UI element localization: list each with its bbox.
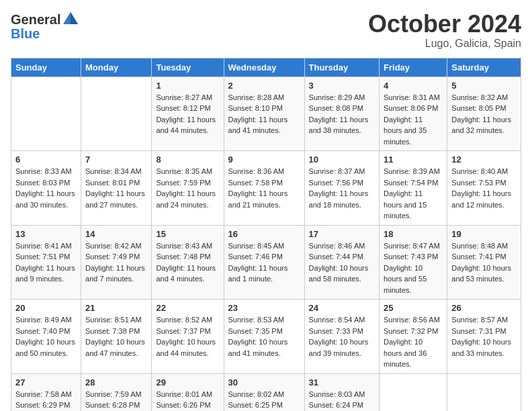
daylight-text: Daylight: 11 hours and 41 minutes. xyxy=(228,116,288,135)
daylight-text: Daylight: 10 hours and 39 minutes. xyxy=(309,338,369,357)
daylight-text: Daylight: 11 hours and 18 minutes. xyxy=(309,189,369,209)
day-number: 12 xyxy=(451,154,517,165)
day-info: Sunrise: 8:48 AMSunset: 7:41 PMDaylight:… xyxy=(451,240,517,285)
day-cell: 12Sunrise: 8:40 AMSunset: 7:53 PMDayligh… xyxy=(447,151,521,226)
day-info: Sunrise: 8:29 AMSunset: 8:08 PMDaylight:… xyxy=(309,92,375,136)
sunset-text: Sunset: 7:46 PM xyxy=(228,253,283,261)
month-title: October 2024 xyxy=(368,11,521,38)
week-row-1: 1Sunrise: 8:27 AMSunset: 8:12 PMDaylight… xyxy=(11,77,521,151)
day-info: Sunrise: 8:47 AMSunset: 7:43 PMDaylight:… xyxy=(384,240,443,296)
weekday-header-saturday: Saturday xyxy=(447,58,521,77)
location: Lugo, Galicia, Spain xyxy=(368,38,521,50)
sunrise-text: Sunrise: 8:27 AM xyxy=(156,93,212,101)
sunset-text: Sunset: 8:06 PM xyxy=(384,104,438,112)
day-info: Sunrise: 8:46 AMSunset: 7:44 PMDaylight:… xyxy=(309,240,375,285)
day-info: Sunrise: 8:35 AMSunset: 7:59 PMDaylight:… xyxy=(156,166,219,210)
day-number: 8 xyxy=(156,154,219,165)
day-cell: 2Sunrise: 8:28 AMSunset: 8:10 PMDaylight… xyxy=(224,77,304,151)
daylight-text: Daylight: 10 hours and 33 minutes. xyxy=(451,338,511,357)
day-number: 20 xyxy=(15,303,77,313)
day-info: Sunrise: 8:51 AMSunset: 7:38 PMDaylight:… xyxy=(85,314,147,359)
sunset-text: Sunset: 8:12 PM xyxy=(156,104,210,112)
day-cell: 9Sunrise: 8:36 AMSunset: 7:58 PMDaylight… xyxy=(224,151,304,226)
daylight-text: Daylight: 10 hours and 55 minutes. xyxy=(384,264,427,294)
day-info: Sunrise: 8:33 AMSunset: 8:03 PMDaylight:… xyxy=(15,166,77,210)
day-info: Sunrise: 8:27 AMSunset: 8:12 PMDaylight:… xyxy=(156,92,219,136)
day-number: 11 xyxy=(384,154,443,165)
sunset-text: Sunset: 8:01 PM xyxy=(85,179,140,187)
day-number: 30 xyxy=(228,377,300,387)
sunset-text: Sunset: 7:32 PM xyxy=(384,327,438,335)
day-cell: 5Sunrise: 8:32 AMSunset: 8:05 PMDaylight… xyxy=(447,77,521,151)
day-number: 18 xyxy=(384,229,443,239)
sunset-text: Sunset: 7:58 PM xyxy=(228,179,283,187)
day-cell: 21Sunrise: 8:51 AMSunset: 7:38 PMDayligh… xyxy=(81,300,152,374)
daylight-text: Daylight: 10 hours and 41 minutes. xyxy=(228,338,288,357)
day-cell: 15Sunrise: 8:43 AMSunset: 7:48 PMDayligh… xyxy=(152,225,224,300)
daylight-text: Daylight: 10 hours and 58 minutes. xyxy=(309,264,369,283)
day-info: Sunrise: 8:03 AMSunset: 6:24 PMDaylight:… xyxy=(309,389,375,411)
sunset-text: Sunset: 7:37 PM xyxy=(156,327,210,335)
daylight-text: Daylight: 11 hours and 9 minutes. xyxy=(15,264,75,283)
day-number: 23 xyxy=(228,303,300,313)
day-cell: 26Sunrise: 8:57 AMSunset: 7:31 PMDayligh… xyxy=(447,300,521,374)
day-number: 28 xyxy=(85,377,147,387)
day-cell: 31Sunrise: 8:03 AMSunset: 6:24 PMDayligh… xyxy=(304,373,379,411)
sunrise-text: Sunrise: 8:40 AM xyxy=(451,167,508,175)
day-info: Sunrise: 8:31 AMSunset: 8:06 PMDaylight:… xyxy=(384,92,443,148)
sunrise-text: Sunrise: 8:33 AM xyxy=(15,167,72,175)
day-cell: 19Sunrise: 8:48 AMSunset: 7:41 PMDayligh… xyxy=(447,225,521,300)
calendar-table: SundayMondayTuesdayWednesdayThursdayFrid… xyxy=(11,58,521,411)
day-number: 5 xyxy=(451,81,517,91)
sunrise-text: Sunrise: 8:39 AM xyxy=(384,167,440,175)
sunrise-text: Sunrise: 8:57 AM xyxy=(451,316,508,324)
day-number: 14 xyxy=(85,229,147,239)
sunset-text: Sunset: 7:31 PM xyxy=(451,327,506,335)
daylight-text: Daylight: 11 hours and 4 minutes. xyxy=(156,264,216,283)
weekday-header-sunday: Sunday xyxy=(11,58,81,77)
sunset-text: Sunset: 7:54 PM xyxy=(384,179,438,187)
sunset-text: Sunset: 7:56 PM xyxy=(309,179,363,187)
sunrise-text: Sunrise: 8:41 AM xyxy=(15,242,72,250)
day-cell: 7Sunrise: 8:34 AMSunset: 8:01 PMDaylight… xyxy=(81,151,152,226)
daylight-text: Daylight: 11 hours and 1 minute. xyxy=(228,264,288,283)
sunrise-text: Sunrise: 8:36 AM xyxy=(228,167,285,175)
sunset-text: Sunset: 8:03 PM xyxy=(15,179,70,187)
sunrise-text: Sunrise: 8:45 AM xyxy=(228,242,285,250)
sunrise-text: Sunrise: 8:35 AM xyxy=(156,167,212,175)
sunrise-text: Sunrise: 8:52 AM xyxy=(156,316,212,324)
sunset-text: Sunset: 6:25 PM xyxy=(228,401,283,409)
day-cell: 17Sunrise: 8:46 AMSunset: 7:44 PMDayligh… xyxy=(304,225,379,300)
day-number: 6 xyxy=(15,154,77,165)
day-cell: 13Sunrise: 8:41 AMSunset: 7:51 PMDayligh… xyxy=(11,225,81,300)
day-info: Sunrise: 8:41 AMSunset: 7:51 PMDaylight:… xyxy=(15,240,77,285)
week-row-4: 20Sunrise: 8:49 AMSunset: 7:40 PMDayligh… xyxy=(11,300,521,374)
day-cell: 27Sunrise: 7:58 AMSunset: 6:29 PMDayligh… xyxy=(11,373,81,411)
day-number: 27 xyxy=(15,377,77,387)
sunrise-text: Sunrise: 8:48 AM xyxy=(451,242,508,250)
day-info: Sunrise: 8:39 AMSunset: 7:54 PMDaylight:… xyxy=(384,166,443,222)
daylight-text: Daylight: 11 hours and 32 minutes. xyxy=(451,116,511,135)
day-info: Sunrise: 8:54 AMSunset: 7:33 PMDaylight:… xyxy=(309,314,375,359)
day-cell: 23Sunrise: 8:53 AMSunset: 7:35 PMDayligh… xyxy=(224,300,304,374)
sunrise-text: Sunrise: 8:34 AM xyxy=(85,167,142,175)
day-info: Sunrise: 8:42 AMSunset: 7:49 PMDaylight:… xyxy=(85,240,147,285)
day-cell: 16Sunrise: 8:45 AMSunset: 7:46 PMDayligh… xyxy=(224,225,304,300)
day-cell: 6Sunrise: 8:33 AMSunset: 8:03 PMDaylight… xyxy=(11,151,81,226)
day-cell xyxy=(81,77,152,151)
daylight-text: Daylight: 11 hours and 44 minutes. xyxy=(156,116,216,135)
sunset-text: Sunset: 7:44 PM xyxy=(309,253,363,261)
daylight-text: Daylight: 11 hours and 35 minutes. xyxy=(384,116,427,146)
week-row-2: 6Sunrise: 8:33 AMSunset: 8:03 PMDaylight… xyxy=(11,151,521,226)
sunrise-text: Sunrise: 8:29 AM xyxy=(309,93,365,101)
day-cell: 30Sunrise: 8:02 AMSunset: 6:25 PMDayligh… xyxy=(224,373,304,411)
sunset-text: Sunset: 7:53 PM xyxy=(451,179,506,187)
day-info: Sunrise: 8:57 AMSunset: 7:31 PMDaylight:… xyxy=(451,314,517,359)
day-number: 7 xyxy=(85,154,147,165)
day-number: 10 xyxy=(309,154,375,165)
weekday-header-tuesday: Tuesday xyxy=(152,58,224,77)
sunrise-text: Sunrise: 8:46 AM xyxy=(309,242,365,250)
day-number: 21 xyxy=(85,303,147,313)
day-number: 3 xyxy=(309,81,375,91)
day-cell xyxy=(11,77,81,151)
